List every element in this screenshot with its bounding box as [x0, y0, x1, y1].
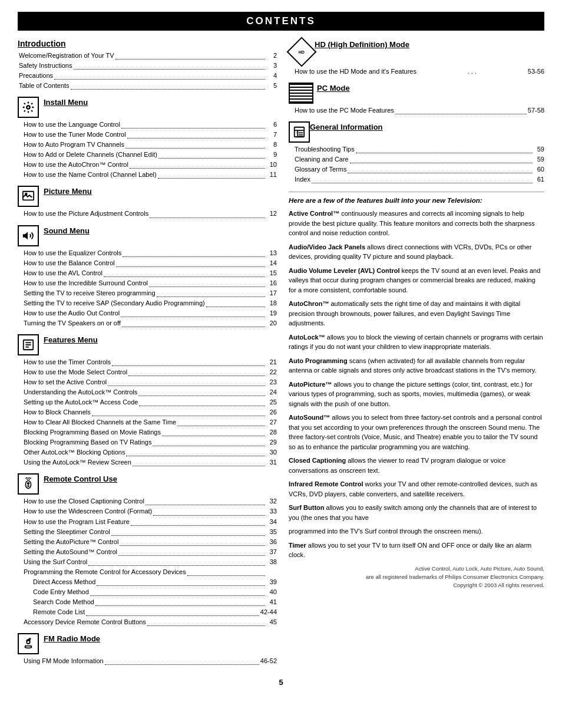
toc-entry: Setting the TV to receive SAP (Secondary…	[22, 298, 277, 308]
remote-control-entries: How to use the Closed Captioning Control…	[18, 496, 277, 627]
toc-entry: Direct Access Method39	[32, 577, 277, 587]
toc-entry: How to Auto Program TV Channels8	[22, 140, 277, 150]
toc-entry: How to use the Program List Feature34	[22, 517, 277, 527]
toc-entry: Glossary of Terms60	[293, 164, 544, 174]
hd-mode-section: HD HD (High Definition) Mode How to use …	[289, 39, 544, 77]
features-icon	[18, 334, 39, 355]
feature-autoChron: AutoChron™ automatically sets the right …	[289, 299, 544, 328]
svg-point-2	[25, 193, 27, 195]
footnote: Active Control, Auto Lock, Auto Picture,…	[289, 565, 544, 590]
toc-entry: Setting the TV to receive Stereo program…	[22, 288, 277, 298]
toc-entry: How to use the Balance Control14	[22, 258, 277, 268]
svg-point-12	[25, 646, 32, 648]
fm-radio-section: FM Radio Mode Using FM Mode Information4…	[18, 633, 277, 666]
fm-radio-entries: Using FM Mode Information46-52	[18, 656, 277, 666]
feature-timer: Timer allows you to set your TV to turn …	[289, 541, 544, 560]
svg-point-0	[27, 106, 30, 109]
install-menu-header: Install Menu	[18, 97, 277, 118]
install-menu-heading: Install Menu	[44, 98, 88, 107]
remote-control-heading: Remote Control Use	[44, 475, 117, 483]
toc-entry: Blocking Programming Based on TV Ratings…	[22, 437, 277, 447]
toc-entry: How to use the Closed Captioning Control…	[22, 496, 277, 506]
general-info-section: General Information Troubleshooting Tips…	[289, 121, 544, 185]
toc-entry: Understanding the AutoLock™ Controls24	[22, 387, 277, 397]
features-description: Here are a few of the features built int…	[289, 192, 544, 589]
general-info-icon	[289, 121, 310, 143]
toc-entry: How to use the Incredible Surround Contr…	[22, 278, 277, 288]
toc-entry: Setting the AutoSound™ Control37	[22, 547, 277, 557]
toc-entry: Other AutoLock™ Blocking Options30	[22, 447, 277, 457]
toc-entry: Programming the Remote Control for Acces…	[22, 567, 277, 577]
pc-icon	[289, 83, 313, 104]
toc-entry: How to use the Name Control (Channel Lab…	[22, 170, 277, 180]
hd-mode-entries: How to use the HD Mode and it's Features…	[289, 67, 544, 77]
picture-menu-heading: Picture Menu	[44, 187, 92, 196]
toc-entry: Setting the Sleeptimer Control35	[22, 527, 277, 537]
feature-surf-cont: programmed into the TV's Surf control th…	[289, 526, 544, 536]
toc-entry: Index61	[293, 174, 544, 185]
svg-point-13	[29, 638, 31, 640]
toc-entry: Welcome/Registration of Your TV 2	[18, 51, 277, 61]
features-menu-entries: How to use the Timer Controls21 How to u…	[18, 357, 277, 468]
feature-surf: Surf Button allows you to easily switch …	[289, 503, 544, 522]
toc-entry: How to Clear All Blocked Channels at the…	[22, 417, 277, 427]
toc-entry: Blocking Programming Based on Movie Rati…	[22, 427, 277, 437]
toc-entry: Code Entry Method40	[32, 587, 277, 597]
feature-infrared: Infrared Remote Control works your TV an…	[289, 479, 544, 499]
page-number: 5	[18, 678, 544, 687]
general-info-heading: General Information	[310, 123, 383, 131]
toc-entry: How to use the AVL Control15	[22, 268, 277, 278]
toc-entry: Using the AutoLock™ Review Screen31	[22, 457, 277, 467]
feature-avl: Audio Volume Leveler (AVL) Control keeps…	[289, 266, 544, 295]
toc-entry: How to use the Mode Select Control22	[22, 367, 277, 377]
feature-active-control: Active Control™ continuously measures an…	[289, 209, 544, 238]
install-icon	[18, 97, 39, 118]
sound-icon	[18, 225, 39, 246]
toc-entry: How to use the PC Mode Features57-58	[293, 106, 544, 116]
picture-menu-header: Picture Menu	[18, 186, 277, 207]
main-content: Introduction Welcome/Registration of You…	[18, 39, 544, 672]
pc-mode-section: PC Mode How to use the PC Mode Features5…	[289, 83, 544, 116]
sound-menu-section: Sound Menu How to use the Equalizer Cont…	[18, 225, 277, 328]
toc-entry: How to use the Equalizer Controls13	[22, 248, 277, 258]
header-bar: Contents	[18, 12, 544, 31]
toc-entry: Setting the AutoPicture™ Control36	[22, 537, 277, 547]
left-column: Introduction Welcome/Registration of You…	[18, 39, 277, 672]
feature-auto-programming: Auto Programming scans (when activated) …	[289, 356, 544, 375]
general-info-entries: Troubleshooting Tips59 Cleaning and Care…	[289, 144, 544, 185]
sound-menu-entries: How to use the Equalizer Controls13 How …	[18, 248, 277, 328]
page: Contents Introduction Welcome/Registrati…	[0, 0, 562, 728]
toc-entry: Precautions 4	[18, 71, 277, 81]
picture-icon	[18, 186, 39, 207]
hd-mode-heading: HD (High Definition) Mode	[315, 40, 409, 49]
toc-entry: How to use the HD Mode and it's Features…	[293, 67, 544, 77]
toc-entry: How to use the Tuner Mode Control7	[22, 130, 277, 140]
sound-menu-heading: Sound Menu	[44, 226, 90, 235]
introduction-entries: Welcome/Registration of Your TV 2 Safety…	[18, 51, 277, 91]
fm-radio-heading: FM Radio Mode	[44, 634, 100, 643]
remote-control-header: Remote Control Use	[18, 473, 277, 495]
install-menu-section: Install Menu How to use the Language Con…	[18, 97, 277, 180]
right-column: HD HD (High Definition) Mode How to use …	[289, 39, 544, 672]
feature-autosound: AutoSound™ allows you to select from thr…	[289, 413, 544, 452]
toc-entry: How to use the Widescreen Control (Forma…	[22, 506, 277, 516]
features-menu-heading: Features Menu	[44, 335, 98, 344]
svg-marker-3	[23, 232, 28, 239]
sound-menu-header: Sound Menu	[18, 225, 277, 246]
picture-menu-section: Picture Menu How to use the Picture Adju…	[18, 186, 277, 219]
toc-entry: Cleaning and Care59	[293, 154, 544, 164]
features-menu-header: Features Menu	[18, 334, 277, 355]
toc-entry: How to set the Active Control23	[22, 377, 277, 387]
toc-entry: Search Code Method41	[32, 597, 277, 607]
toc-entry: How to use the Picture Adjustment Contro…	[22, 209, 277, 219]
pc-mode-entries: How to use the PC Mode Features57-58	[289, 106, 544, 116]
toc-entry: How to use the Audio Out Control19	[22, 308, 277, 318]
picture-menu-entries: How to use the Picture Adjustment Contro…	[18, 209, 277, 219]
hd-diamond-icon: HD	[287, 37, 317, 67]
toc-entry: Troubleshooting Tips59	[293, 144, 544, 154]
svg-point-9	[28, 483, 29, 485]
toc-entry: How to Block Channels26	[22, 407, 277, 417]
feature-autolock: AutoLock™ allows you to block the viewin…	[289, 332, 544, 352]
toc-entry: Turning the TV Speakers on or off20	[22, 318, 277, 328]
feature-autopicture: AutoPicture™ allows you to change the pi…	[289, 380, 544, 409]
